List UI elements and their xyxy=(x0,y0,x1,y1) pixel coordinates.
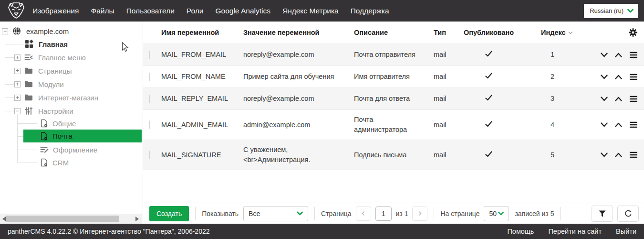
variable-index: 4 xyxy=(541,120,592,130)
sidebar-item-oformlenie[interactable]: Оформление xyxy=(0,143,143,156)
menu-item-users[interactable]: Пользователи xyxy=(126,7,175,15)
goto-site-link[interactable]: Перейти на сайт xyxy=(548,228,602,235)
expand-toggle-icon[interactable] xyxy=(14,68,21,74)
show-label: Показывать xyxy=(202,210,239,217)
sort-chevron-icon[interactable] xyxy=(568,31,573,34)
sidebar-horizontal-scrollbar[interactable] xyxy=(0,214,142,224)
variable-type: mail xyxy=(434,120,464,130)
pagination-bar: Создать Показывать Все Страница 1 из 1 Н… xyxy=(143,203,644,224)
published-check-icon xyxy=(485,151,492,157)
move-down-icon[interactable] xyxy=(601,122,608,127)
previous-page-button[interactable] xyxy=(356,206,371,221)
move-up-icon[interactable] xyxy=(615,152,622,157)
records-count-label: записей из 5 xyxy=(515,210,554,217)
logout-link[interactable]: Выйти xyxy=(616,228,636,235)
collapse-toggle-icon[interactable] xyxy=(2,28,8,34)
globe-icon xyxy=(12,27,21,35)
move-down-icon[interactable] xyxy=(601,75,608,79)
scroll-left-arrow-icon[interactable] xyxy=(2,217,6,221)
sidebar-item-internet-magazin[interactable]: Интернет-магазин xyxy=(0,91,143,104)
row-menu-icon[interactable] xyxy=(629,152,638,158)
row-menu-icon[interactable] xyxy=(629,74,638,80)
menu-item-roles[interactable]: Роли xyxy=(187,7,204,15)
tree-root-example-com[interactable]: example.com xyxy=(0,24,143,38)
variable-description: Имя отправителя xyxy=(354,72,434,82)
sidebar-item-label: Оформление xyxy=(53,146,97,154)
sidebar-item-nastroyki[interactable]: Настройки xyxy=(0,104,143,118)
help-link[interactable]: Помощь xyxy=(507,228,534,235)
expand-toggle-icon[interactable] xyxy=(14,81,21,87)
collapse-toggle-icon[interactable] xyxy=(14,108,21,114)
variable-value: noreply@example.com xyxy=(243,94,354,104)
scroll-right-arrow-icon[interactable] xyxy=(135,217,139,221)
table-settings-gear-icon[interactable] xyxy=(628,28,638,37)
column-header-index[interactable]: Индекс xyxy=(541,29,566,36)
row-checkbox[interactable] xyxy=(149,51,150,59)
row-checkbox[interactable] xyxy=(149,95,150,103)
table-row: MAIL_ADMIN_EMAIL admin@example.com Почта… xyxy=(143,110,644,140)
menu-item-support[interactable]: Поддержка xyxy=(351,7,389,15)
row-checkbox[interactable] xyxy=(149,73,150,81)
expand-toggle-icon[interactable] xyxy=(14,95,21,101)
sidebar-item-crm[interactable]: CRM xyxy=(0,156,143,169)
move-down-icon[interactable] xyxy=(601,97,608,101)
page-label: Страница xyxy=(321,210,351,217)
sidebar-item-stranitsy[interactable]: Страницы xyxy=(0,64,143,77)
move-up-icon[interactable] xyxy=(615,75,622,79)
sidebar-item-label: Настройки xyxy=(38,107,73,115)
filter-button[interactable] xyxy=(592,206,613,222)
sidebar-item-label: Главное меню xyxy=(38,54,86,62)
menu-item-google-analytics[interactable]: Google Analytics xyxy=(215,7,270,15)
table-row: MAIL_REPLY_EMAIL noreply@example.com Поч… xyxy=(143,88,644,110)
column-header-name[interactable]: Имя переменной xyxy=(161,29,243,36)
per-page-select[interactable]: 50 xyxy=(484,206,509,221)
folder-icon xyxy=(24,80,33,88)
variable-type: mail xyxy=(434,72,464,82)
sidebar-item-moduli[interactable]: Модули xyxy=(0,77,143,91)
divider xyxy=(314,207,315,220)
menu-item-images[interactable]: Изображения xyxy=(32,7,79,15)
language-select[interactable]: Russian (ru) xyxy=(584,4,638,18)
folder-icon xyxy=(24,66,33,75)
menu-item-yandex-metrika[interactable]: Яндекс Метрика xyxy=(282,7,339,15)
sidebar-item-pochta[interactable]: Почта xyxy=(0,130,142,142)
chevron-down-icon xyxy=(498,211,504,216)
column-header-description[interactable]: Описание xyxy=(354,29,434,36)
menu-item-files[interactable]: Файлы xyxy=(91,7,114,15)
published-check-icon xyxy=(485,73,492,79)
move-down-icon[interactable] xyxy=(601,53,608,57)
column-header-published[interactable]: Опубликовано xyxy=(464,29,541,36)
show-filter-select[interactable]: Все xyxy=(243,206,308,221)
chevron-right-icon xyxy=(418,211,422,216)
variable-index: 5 xyxy=(541,150,592,160)
variable-name: MAIL_ADMIN_EMAIL xyxy=(161,120,243,130)
row-menu-icon[interactable] xyxy=(629,96,638,102)
per-page-value: 50 xyxy=(489,210,497,217)
move-up-icon[interactable] xyxy=(615,53,622,57)
language-value: Russian (ru) xyxy=(590,7,623,14)
row-menu-icon[interactable] xyxy=(629,52,638,58)
row-checkbox[interactable] xyxy=(149,151,150,159)
scrollbar-thumb[interactable] xyxy=(6,216,119,222)
copyright-text: pantherCMS 4.0.22.2 © Интернет-агентство… xyxy=(8,228,210,235)
sidebar-item-glavnoe-menu[interactable]: Главное меню xyxy=(0,51,143,64)
list-edit-icon xyxy=(40,145,49,154)
column-header-value[interactable]: Значение переменной xyxy=(243,29,354,36)
move-up-icon[interactable] xyxy=(615,122,622,127)
page-number-input[interactable]: 1 xyxy=(375,206,392,221)
divider xyxy=(195,207,196,220)
row-menu-icon[interactable] xyxy=(629,121,638,128)
move-down-icon[interactable] xyxy=(601,152,608,157)
move-up-icon[interactable] xyxy=(615,97,622,101)
column-header-type[interactable]: Тип xyxy=(434,29,464,36)
sidebar-item-obshchie[interactable]: Общие xyxy=(0,117,143,130)
create-button[interactable]: Создать xyxy=(149,206,189,221)
sidebar-item-glavnaya[interactable]: Главная xyxy=(0,37,143,51)
refresh-button[interactable] xyxy=(617,206,639,222)
next-page-button[interactable] xyxy=(412,206,427,221)
variable-value: noreply@example.com xyxy=(243,50,354,60)
expand-toggle-icon[interactable] xyxy=(14,54,21,61)
row-checkbox[interactable] xyxy=(149,120,150,129)
page-of-label: из 1 xyxy=(396,210,408,217)
per-page-label: На странице xyxy=(440,210,479,217)
